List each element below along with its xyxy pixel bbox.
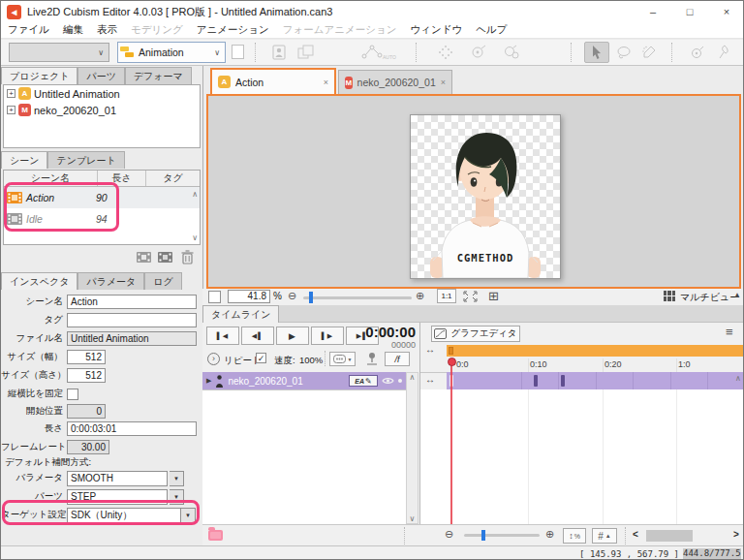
workspace-select[interactable]: ∨ <box>9 43 109 62</box>
scene-row-action[interactable]: Action 90 <box>4 187 200 208</box>
tab-template[interactable]: テンプレート <box>47 151 124 169</box>
maximize-button[interactable]: □ <box>671 1 708 22</box>
track-expand-icon[interactable]: ▶ <box>206 377 211 385</box>
close-button[interactable]: × <box>708 1 744 22</box>
duplicate-scene-button[interactable] <box>158 251 174 264</box>
scene-name-field[interactable]: Action <box>67 295 197 309</box>
doc-tab-neko[interactable]: M neko_200620_01 × <box>338 70 452 94</box>
tab-timeline[interactable]: タイムライン <box>202 305 279 323</box>
scroll-up-icon[interactable]: ∧ <box>407 373 418 382</box>
keyframe-marker[interactable] <box>534 375 538 387</box>
work-area-bar[interactable] <box>447 345 744 357</box>
scroll-down-icon[interactable]: ∨ <box>407 514 418 523</box>
visibility-eye-icon[interactable] <box>382 377 394 385</box>
zoom-slider-track[interactable] <box>303 296 412 299</box>
delete-scene-button[interactable] <box>181 250 194 264</box>
mode-select[interactable]: Animation ∨ <box>117 42 226 63</box>
menu-edit[interactable]: 編集 <box>56 23 90 37</box>
track-bar-neko[interactable] <box>447 372 744 389</box>
length-field[interactable]: 0:00:03:01 <box>67 421 197 436</box>
tab-project[interactable]: プロジェクト <box>1 67 78 84</box>
scroll-down-icon[interactable]: ∨ <box>192 233 198 242</box>
column-tag[interactable]: タグ <box>146 171 200 186</box>
chevron-down-icon[interactable]: ▼ <box>181 508 196 523</box>
folder-icon[interactable] <box>208 530 223 541</box>
target-setting-select[interactable]: SDK（Unity） <box>67 508 181 523</box>
per-frame-button[interactable]: /f <box>385 352 410 366</box>
range-icon[interactable]: ↔ <box>425 344 435 355</box>
canvas-stage[interactable]: CGMETHOD <box>410 114 561 279</box>
framerate-field[interactable]: 30.00 <box>67 440 109 454</box>
menu-window[interactable]: ウィンドウ <box>403 23 469 37</box>
parts-select[interactable]: STEP <box>67 489 168 505</box>
close-tab-icon[interactable]: × <box>324 78 328 87</box>
zoom-out-icon[interactable]: ⊖ <box>445 528 453 541</box>
onion-skin-button[interactable]: ▼ <box>329 352 356 366</box>
work-area-start-handle[interactable] <box>449 347 453 355</box>
tree-expand-icon[interactable]: + <box>7 106 16 114</box>
fit-view-icon[interactable] <box>462 290 479 303</box>
menu-file[interactable]: ファイル <box>1 23 56 37</box>
scroll-right-icon[interactable]: > <box>733 529 739 540</box>
actual-size-button[interactable]: 1:1 <box>437 289 456 303</box>
playhead-line[interactable] <box>450 362 452 524</box>
timeline-ruler[interactable] <box>420 358 744 373</box>
timeline-zoom-handle[interactable] <box>481 530 485 541</box>
playhead-pin[interactable] <box>448 358 456 366</box>
timeline-vscrollbar[interactable]: ∧ ∨ <box>406 372 418 524</box>
timeline-zoom-track[interactable] <box>464 534 540 537</box>
tab-inspector[interactable]: インスペクタ <box>1 272 78 290</box>
tree-item-model[interactable]: + M neko_200620_01 <box>4 102 200 118</box>
zoom-in-icon[interactable]: ⊕ <box>545 528 554 541</box>
fit-height-button[interactable]: ↕ % <box>563 528 586 544</box>
zoom-value-field[interactable]: 41.8 <box>228 290 270 303</box>
zoom-out-icon[interactable]: ⊖ <box>288 290 296 302</box>
prev-frame-button[interactable]: ◀▌ <box>241 327 274 345</box>
tab-scene[interactable]: シーン <box>1 151 47 169</box>
grid-toggle-icon[interactable]: ⊞ <box>488 289 499 303</box>
canvas-viewport[interactable]: CGMETHOD <box>206 94 741 289</box>
timeline-track-area[interactable] <box>420 389 744 524</box>
repeat-checkbox[interactable]: ✓ <box>256 353 266 363</box>
parameter-select[interactable]: SMOOTH <box>67 471 168 486</box>
next-frame-button[interactable]: ▌▶ <box>311 327 344 345</box>
new-scene-button[interactable] <box>137 251 153 264</box>
column-scene-name[interactable]: シーン名 <box>4 171 98 186</box>
timeline-menu-icon[interactable]: ≡ <box>726 325 733 339</box>
tab-parts[interactable]: パーツ <box>78 67 124 84</box>
background-color-swatch[interactable] <box>208 291 221 303</box>
tab-deformer[interactable]: デフォーマ <box>125 67 192 84</box>
tag-field[interactable] <box>67 313 197 327</box>
zoom-slider-handle[interactable] <box>309 292 313 303</box>
width-field[interactable]: 512 <box>67 350 106 364</box>
play-button[interactable]: ▶ <box>276 327 309 345</box>
speed-value[interactable]: 100% <box>299 355 323 365</box>
range-icon[interactable]: ↔ <box>425 374 435 385</box>
tree-expand-icon[interactable]: + <box>7 89 16 98</box>
close-tab-icon[interactable]: × <box>441 78 446 87</box>
zoom-in-icon[interactable]: ⊕ <box>416 290 424 302</box>
multiview-label[interactable]: マルチビュー <box>680 291 739 304</box>
fix-aspect-checkbox[interactable] <box>67 389 78 400</box>
start-pos-field[interactable]: 0 <box>67 404 106 419</box>
scene-row-idle[interactable]: Idle 94 <box>4 208 200 230</box>
multiview-expand-icon[interactable]: ▲ <box>733 291 741 299</box>
tree-item-animation[interactable]: + A Untitled Animation <box>4 85 200 102</box>
keyframe-pin-icon[interactable] <box>365 351 379 366</box>
tab-parameter[interactable]: パラメータ <box>78 272 144 290</box>
tab-log[interactable]: ログ <box>144 272 181 290</box>
track-header-neko[interactable]: ▶ neko_200620_01 EA✎ <box>202 372 406 389</box>
snap-grid-button[interactable]: # ▲ <box>592 528 617 544</box>
go-start-button[interactable]: ▌◀ <box>206 327 239 345</box>
timeline-hscroll-thumb[interactable] <box>646 530 693 542</box>
chevron-down-icon[interactable]: ▼ <box>170 489 184 505</box>
track-state-dot[interactable] <box>398 379 402 383</box>
height-field[interactable]: 512 <box>67 368 106 383</box>
track-edit-badge[interactable]: EA✎ <box>349 375 378 387</box>
chevron-down-icon[interactable]: ▼ <box>170 471 184 486</box>
scroll-left-icon[interactable]: < <box>633 529 638 540</box>
menu-view[interactable]: 表示 <box>90 23 124 37</box>
menu-animation[interactable]: アニメーション <box>190 23 276 37</box>
menu-help[interactable]: ヘルプ <box>469 23 513 37</box>
column-length[interactable]: 長さ <box>98 171 146 186</box>
